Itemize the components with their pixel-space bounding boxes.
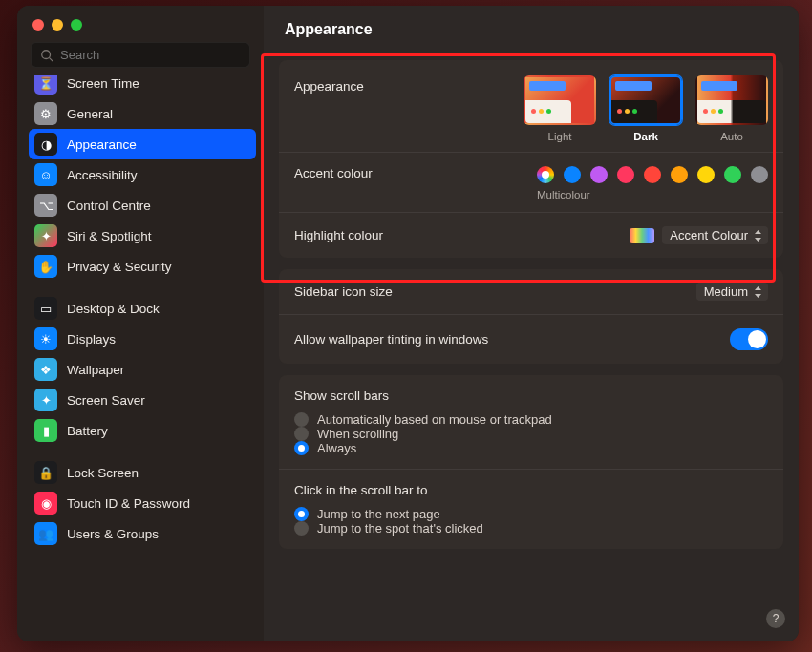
appearance-option-light[interactable]: Light xyxy=(524,75,596,142)
sidebar-item-label: Accessibility xyxy=(67,168,138,182)
sidebar-item-icon: ⚙︎ xyxy=(34,102,57,125)
sidebar-item-appearance[interactable]: ◑Appearance xyxy=(29,129,256,159)
sidebar-item-screen-time[interactable]: ⏳Screen Time xyxy=(29,75,256,98)
accent-colour-option[interactable] xyxy=(644,166,661,183)
highlight-swatch xyxy=(630,228,654,243)
sidebar-item-label: Desktop & Dock xyxy=(67,302,160,316)
sidebar-item-accessibility[interactable]: ☺Accessibility xyxy=(29,159,256,190)
sidebar-item-label: Privacy & Security xyxy=(67,260,172,274)
sidebar-item-privacy-security[interactable]: ✋Privacy & Security xyxy=(29,251,256,282)
svg-line-1 xyxy=(50,57,53,61)
highlight-label: Highlight colour xyxy=(294,228,630,242)
appearance-label: Appearance xyxy=(294,75,524,94)
appearance-option-dark[interactable]: Dark xyxy=(609,75,682,142)
sidebar-item-label: Battery xyxy=(67,424,108,438)
radio-icon xyxy=(294,521,309,536)
sidebar-item-label: Screen Saver xyxy=(67,393,145,408)
radio-icon xyxy=(294,507,309,521)
radio-label: Jump to the next page xyxy=(317,507,440,521)
sidebar-item-touch-id-password[interactable]: ◉Touch ID & Password xyxy=(29,488,256,518)
accent-colour-option[interactable] xyxy=(617,166,634,183)
scrollclick-option[interactable]: Jump to the next page xyxy=(294,507,768,521)
sidebar-item-battery[interactable]: ▮Battery xyxy=(29,415,256,446)
page-title: Appearance xyxy=(285,21,799,38)
highlight-popup[interactable]: Accent Colour xyxy=(662,226,768,244)
scrollbars-title: Show scroll bars xyxy=(294,389,768,403)
scrollbars-option[interactable]: Always xyxy=(294,441,768,455)
accent-colour-option[interactable] xyxy=(590,166,608,183)
search-field[interactable] xyxy=(31,42,250,68)
sidebar-item-label: Control Centre xyxy=(67,199,151,213)
svg-point-0 xyxy=(42,50,51,58)
updown-icon xyxy=(754,230,762,242)
sidebar-item-screen-saver[interactable]: ✦Screen Saver xyxy=(29,385,256,415)
accent-colour-option[interactable] xyxy=(751,166,768,183)
appearance-option-auto[interactable]: Auto xyxy=(695,75,768,142)
accent-colour-option[interactable] xyxy=(671,166,688,183)
sidebar-item-label: Screen Time xyxy=(67,76,139,91)
radio-label: Automatically based on mouse or trackpad xyxy=(317,412,552,427)
scrollbars-option[interactable]: When scrolling xyxy=(294,427,768,441)
window-controls xyxy=(17,19,264,42)
theme-option-label: Light xyxy=(548,131,572,142)
sidebar-item-icon: ⌥ xyxy=(34,194,57,217)
sidebar-item-general[interactable]: ⚙︎General xyxy=(29,98,256,129)
sidebar-list[interactable]: ⏳Screen Time⚙︎General◑Appearance☺Accessi… xyxy=(17,75,264,641)
sidebar-item-icon: ☀ xyxy=(34,327,57,350)
sidebar-item-icon: ◉ xyxy=(34,492,57,515)
sidebar-item-label: Appearance xyxy=(67,137,137,152)
sidebar-item-icon: ✋ xyxy=(34,255,57,278)
sidebar-item-siri-spotlight[interactable]: ✦Siri & Spotlight xyxy=(29,221,256,251)
radio-icon xyxy=(294,412,309,427)
sidebar-item-label: General xyxy=(67,107,113,121)
sidebar-item-icon: ✦ xyxy=(34,224,57,247)
theme-option-label: Auto xyxy=(720,131,743,142)
sidebar-item-icon: ✦ xyxy=(34,389,57,411)
close-button[interactable] xyxy=(32,19,44,31)
search-icon xyxy=(40,49,53,62)
sidebar-item-lock-screen[interactable]: 🔒Lock Screen xyxy=(29,457,256,488)
main-panel: Appearance Appearance LightDarkAuto Acce… xyxy=(264,6,799,641)
sidebar-item-icon: ▮ xyxy=(34,419,57,442)
accent-colour-option[interactable] xyxy=(564,166,581,183)
page-header: Appearance xyxy=(264,6,799,49)
theme-swatch xyxy=(695,75,768,125)
accent-colour-option[interactable] xyxy=(724,166,741,183)
sidebar-item-control-centre[interactable]: ⌥Control Centre xyxy=(29,190,256,221)
sidebar-size-group: Sidebar icon size Medium Allow wallpaper… xyxy=(279,269,783,364)
theme-swatch xyxy=(609,75,682,125)
sidebar-item-wallpaper[interactable]: ❖Wallpaper xyxy=(29,354,256,385)
sidebar-item-icon: 👥 xyxy=(34,522,57,545)
radio-icon xyxy=(294,427,309,441)
settings-window: ⏳Screen Time⚙︎General◑Appearance☺Accessi… xyxy=(17,6,799,641)
accent-label: Accent colour xyxy=(294,166,537,180)
minimize-button[interactable] xyxy=(52,19,63,31)
help-button[interactable]: ? xyxy=(766,609,785,628)
sidebar-item-label: Wallpaper xyxy=(67,363,124,377)
sidebar-item-users-groups[interactable]: 👥Users & Groups xyxy=(29,518,256,549)
theme-swatch xyxy=(524,75,596,125)
search-input[interactable] xyxy=(60,48,241,62)
scrollclick-title: Click in the scroll bar to xyxy=(294,483,768,497)
radio-label: Always xyxy=(317,441,356,455)
scrollclick-option[interactable]: Jump to the spot that's clicked xyxy=(294,521,768,536)
accent-colour-option[interactable] xyxy=(537,166,554,183)
sidebar: ⏳Screen Time⚙︎General◑Appearance☺Accessi… xyxy=(17,6,264,641)
sidebar-item-icon: ⏳ xyxy=(34,75,57,95)
appearance-options: LightDarkAuto xyxy=(524,75,768,142)
sidebar-item-label: Siri & Spotlight xyxy=(67,229,152,243)
sidebar-item-desktop-dock[interactable]: ▭Desktop & Dock xyxy=(29,293,256,324)
sidebar-item-label: Displays xyxy=(67,332,116,347)
accent-colour-option[interactable] xyxy=(697,166,715,183)
sidebar-item-icon: ◑ xyxy=(34,133,57,156)
tint-toggle[interactable] xyxy=(730,328,768,350)
tint-label: Allow wallpaper tinting in windows xyxy=(294,332,730,347)
sidebar-size-popup[interactable]: Medium xyxy=(696,283,768,301)
accent-selected-name: Multicolour xyxy=(537,189,590,200)
sidebar-item-displays[interactable]: ☀Displays xyxy=(29,324,256,354)
zoom-button[interactable] xyxy=(71,19,82,31)
scroll-group: Show scroll bars Automatically based on … xyxy=(279,375,783,549)
scrollbars-option[interactable]: Automatically based on mouse or trackpad xyxy=(294,412,768,427)
sidebar-item-icon: ❖ xyxy=(34,358,57,381)
sidebar-item-label: Lock Screen xyxy=(67,466,139,480)
